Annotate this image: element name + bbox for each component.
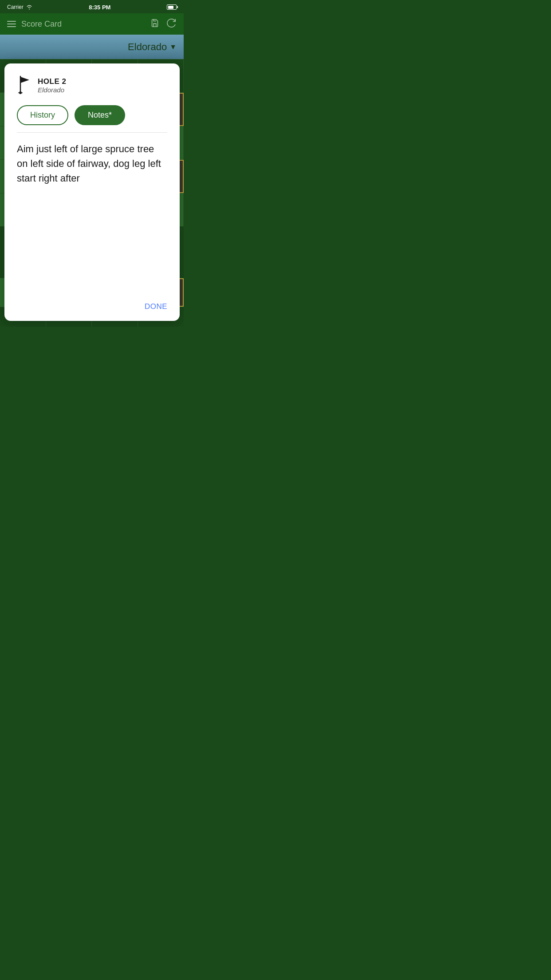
course-header: Eldorado ▼ bbox=[0, 35, 184, 59]
hole-course-name: Eldorado bbox=[38, 86, 66, 94]
battery-fill bbox=[168, 6, 174, 9]
wifi-icon bbox=[26, 4, 33, 10]
battery-icon bbox=[167, 4, 177, 10]
history-tab[interactable]: History bbox=[17, 105, 68, 125]
status-bar: Carrier 8:35 PM bbox=[0, 0, 184, 13]
hole-number: HOLE 2 bbox=[38, 77, 66, 86]
notes-content[interactable]: Aim just left of large spruce tree on le… bbox=[17, 142, 167, 275]
course-selector[interactable]: Eldorado ▼ bbox=[128, 41, 177, 53]
refresh-icon[interactable] bbox=[167, 18, 177, 30]
save-icon[interactable] bbox=[150, 18, 160, 30]
dropdown-arrow-icon: ▼ bbox=[169, 43, 177, 51]
menu-icon[interactable] bbox=[7, 21, 16, 27]
modal-overlay: HOLE 2 Eldorado History Notes* Aim just … bbox=[0, 59, 184, 278]
tab-buttons: History Notes* bbox=[17, 105, 167, 125]
done-button[interactable]: DONE bbox=[145, 302, 167, 311]
golf-flag-icon bbox=[17, 74, 32, 96]
battery-indicator bbox=[167, 4, 177, 10]
svg-point-0 bbox=[29, 8, 30, 9]
hole-modal: HOLE 2 Eldorado History Notes* Aim just … bbox=[4, 63, 180, 321]
carrier-info: Carrier bbox=[7, 4, 33, 10]
course-name: Eldorado bbox=[128, 41, 167, 53]
svg-marker-2 bbox=[20, 77, 29, 83]
carrier-label: Carrier bbox=[7, 4, 24, 10]
hole-details: HOLE 2 Eldorado bbox=[38, 77, 66, 94]
app-title: Score Card bbox=[21, 20, 62, 29]
hole-info: HOLE 2 Eldorado bbox=[17, 74, 167, 96]
app-header: Score Card bbox=[0, 13, 184, 35]
notes-tab[interactable]: Notes* bbox=[75, 105, 125, 125]
header-actions bbox=[150, 18, 177, 30]
modal-divider bbox=[17, 132, 167, 133]
header-left: Score Card bbox=[7, 20, 62, 29]
status-time: 8:35 PM bbox=[89, 4, 110, 11]
